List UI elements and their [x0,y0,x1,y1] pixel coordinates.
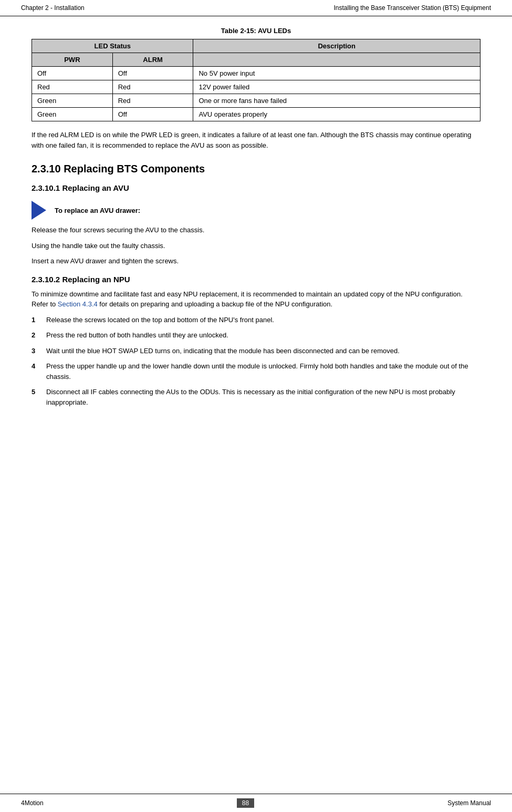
arrow-icon [32,201,46,220]
table-cell-alrm: Red [112,94,193,108]
step-text: Press the red button of both handles unt… [46,330,480,341]
step-text: Disconnect all IF cables connecting the … [46,387,480,407]
header-right: Installing the Base Transceiver Station … [334,4,491,12]
table-row: Green Off AVU operates properly [32,108,480,121]
table-cell-desc: No 5V power input [193,67,480,80]
led-table: LED Status Description PWR ALRM Off Off … [32,39,480,121]
table-row: Off Off No 5V power input [32,67,480,80]
table-cell-pwr: Off [32,67,113,80]
footer-right: System Manual [447,799,491,807]
page-footer: 4Motion 88 System Manual [0,794,512,812]
step-number: 4 [32,361,46,382]
section-23101-heading: 2.3.10.1 Replacing an AVU [32,183,480,192]
table-subheader-alrm: ALRM [112,53,193,67]
header-left: Chapter 2 - Installation [21,4,85,12]
step-number: 3 [32,346,46,356]
npu-step: 5 Disconnect all IF cables connecting th… [32,387,480,407]
avu-step: Using the handle take out the faulty cha… [32,241,480,251]
npu-intro: To minimize downtime and facilitate fast… [32,289,480,310]
procedure-box: To replace an AVU drawer: [32,201,480,220]
step-text: Wait until the blue HOT SWAP LED turns o… [46,346,480,356]
avu-step: Insert a new AVU drawer and tighten the … [32,256,480,266]
table-cell-pwr: Green [32,94,113,108]
npu-step: 3 Wait until the blue HOT SWAP LED turns… [32,346,480,356]
avu-step: Release the four screws securing the AVU… [32,225,480,235]
table-cell-desc: 12V power failed [193,80,480,94]
section-2310-heading: 2.3.10 Replacing BTS Components [32,163,480,175]
table-cell-alrm: Off [112,67,193,80]
table-cell-alrm: Red [112,80,193,94]
table-title: Table 2-15: AVU LEDs [32,27,480,35]
npu-step: 4 Press the upper handle up and the lowe… [32,361,480,382]
section-link[interactable]: Section 4.3.4 [58,300,98,308]
table-subheader-desc-empty [193,53,480,67]
section-23102-heading: 2.3.10.2 Replacing an NPU [32,275,480,284]
avu-steps: Release the four screws securing the AVU… [32,225,480,266]
main-content: Table 2-15: AVU LEDs LED Status Descript… [0,16,512,444]
table-subheader-pwr: PWR [32,53,113,67]
step-text: Press the upper handle up and the lower … [46,361,480,382]
table-cell-alrm: Off [112,108,193,121]
npu-step: 2 Press the red button of both handles u… [32,330,480,341]
step-number: 1 [32,315,46,325]
table-cell-desc: AVU operates properly [193,108,480,121]
table-row: Red Red 12V power failed [32,80,480,94]
table-header-description: Description [193,39,480,53]
footer-left: 4Motion [21,799,44,807]
footer-page-number: 88 [237,798,254,808]
table-row: Green Red One or more fans have failed [32,94,480,108]
table-cell-desc: One or more fans have failed [193,94,480,108]
step-text: Release the screws located on the top an… [46,315,480,325]
table-cell-pwr: Red [32,80,113,94]
page-header: Chapter 2 - Installation Installing the … [0,0,512,16]
procedure-label: To replace an AVU drawer: [55,207,140,214]
body-paragraph: If the red ALRM LED is on while the PWR … [32,130,480,150]
table-header-led-status: LED Status [32,39,193,53]
table-cell-pwr: Green [32,108,113,121]
npu-steps-list: 1 Release the screws located on the top … [32,315,480,408]
npu-step: 1 Release the screws located on the top … [32,315,480,325]
step-number: 5 [32,387,46,407]
step-number: 2 [32,330,46,341]
